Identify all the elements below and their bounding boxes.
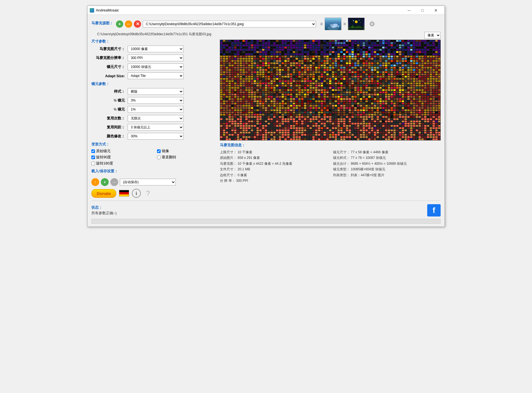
unit-select[interactable]: 像素 — [424, 32, 441, 39]
rotate180-item: 旋转180度 — [91, 161, 151, 166]
tile-size-line2: 镶元尺寸： 77 x 58 像素 = 4466 像素 — [333, 149, 441, 155]
close-button[interactable]: ✕ — [429, 7, 442, 14]
source-label: 马赛克源图： — [91, 21, 113, 26]
original-img-line: 原始图片： 658 x 291 像素 — [220, 155, 327, 161]
tile-params-label: 镶元参数： — [91, 81, 217, 86]
tile-total-line: 镶元合计： 9685 + 604½ + 400¼ = 10689 块镶元 — [333, 161, 441, 166]
left-panel: C:\Users\ybj\Desktop\09b8b35c4622f3a9dec… — [91, 32, 217, 198]
adapt-size-select[interactable]: Adapt Tile — [128, 72, 184, 79]
rotate90-item: 旋转90度 — [91, 155, 151, 160]
help-button[interactable]: ? — [144, 189, 153, 198]
mirror-label: 镜像 — [162, 149, 169, 154]
add-source-button[interactable]: + — [116, 20, 123, 28]
style-row: 样式： 横版 — [91, 88, 217, 95]
facebook-button[interactable]: f — [427, 204, 441, 216]
tile-size-row: 镶元尺寸： 10000 块镶元 — [91, 63, 217, 70]
path-info: C:\Users\ybj\Desktop\09b8b35c4622f3a9dec… — [91, 32, 217, 37]
save-preset-select[interactable]: (自动保存) — [120, 179, 176, 185]
tile-style-line: 镶元样式： 77 x 78 = 10087 块镶元 — [333, 155, 441, 161]
tile-type-value: 10085横+604竖 块镶元 — [351, 167, 385, 171]
tile-size-select[interactable]: 10000 块镶元 — [128, 63, 184, 70]
tile-style-value: 77 x 78 = 10087 块镶元 — [351, 156, 386, 160]
thumbnail-starry[interactable] — [348, 18, 365, 30]
thumbnail-dolphin[interactable] — [325, 18, 341, 30]
source-row: 马赛克源图： + ─ ✕ C:\Users\ybj\Desktop\09b8b3… — [91, 18, 441, 30]
reuse-dist-select[interactable]: 3 块镶元以上 — [128, 124, 184, 131]
frame-size-line: 边框尺寸： 0 像素 — [220, 172, 327, 178]
color-mod-row: 颜色修改： 30% — [91, 133, 217, 140]
save-add-button[interactable]: + — [101, 178, 109, 186]
half-tile-row: ½ 镶元 3% — [91, 97, 217, 104]
mosaic-size-label: 马赛克图尺寸： — [91, 46, 128, 51]
mosaic-resolution-select[interactable]: 300 PPI — [128, 55, 184, 61]
source-path-dropdown[interactable]: C:\Users\ybj\Desktop\09b8b35c4622f3a9dec… — [143, 21, 316, 27]
remove-source-button[interactable]: ─ — [125, 20, 132, 28]
mosaic-size-label2: 马赛克图： — [220, 162, 237, 166]
progress-bar — [91, 219, 441, 224]
frame-size-value: 0 像素 — [238, 173, 247, 177]
quarter-tile-select[interactable]: 1% — [128, 106, 184, 113]
color-mod-select[interactable]: 30% — [128, 133, 184, 140]
mirror-item: 镜像 — [157, 149, 217, 154]
list-type-value: 列表：447横+0竖 图片 — [351, 173, 384, 177]
tile-total-value: 9685 + 604½ + 400¼ = 10689 块镶元 — [351, 162, 407, 166]
thumbnail-area: ② ③ — [320, 18, 375, 30]
reuse-select[interactable]: 无限次 — [128, 115, 184, 122]
info-button[interactable]: ℹ — [132, 189, 141, 198]
rotate90-checkbox[interactable] — [91, 156, 95, 159]
original-img-label: 原始图片： — [220, 156, 237, 160]
save-section: 载入/保存设置： — [91, 169, 217, 175]
style-select[interactable]: 横版 — [128, 88, 184, 95]
main-layout: C:\Users\ybj\Desktop\09b8b35c4622f3a9dec… — [91, 32, 441, 198]
status-label: 状态： — [91, 205, 102, 210]
save-label: 载入/保存设置： — [91, 169, 118, 174]
original-tile-checkbox[interactable] — [91, 149, 95, 153]
close-source-button[interactable]: ✕ — [134, 20, 141, 28]
list-type-label: 列表类型： — [333, 173, 350, 177]
checkbox-grid: 原始镶元 镜像 旋转90度 垂直翻转 — [91, 149, 217, 166]
original-tile-label: 原始镶元 — [96, 149, 111, 154]
right-panel: 像素 马赛克图信息： 上限尺寸： 10 千像素 — [220, 32, 441, 198]
titlebar-title: AndreaMosaic — [96, 8, 119, 12]
half-tile-select[interactable]: 3% — [128, 97, 184, 104]
mosaic-size-line: 马赛克图： 10 千像素 x 4422 像素 = 44.2 兆像素 — [220, 161, 327, 166]
status-text: 所有参数正确:-) — [91, 211, 117, 216]
left-info: 上限尺寸： 10 千像素 原始图片： 658 x 291 像素 马赛克图： 10… — [220, 149, 327, 183]
save-remove-button[interactable]: ─ — [110, 178, 118, 186]
content-area: 马赛克源图： + ─ ✕ C:\Users\ybj\Desktop\09b8b3… — [87, 15, 445, 227]
mosaic-size-select[interactable]: 10000 像素 — [128, 46, 184, 52]
status-footer: 状态： 所有参数正确:-) f — [91, 204, 441, 216]
save-controls: ↑ + ─ (自动保存) — [91, 178, 217, 186]
status-content: 状态： 所有参数正确:-) — [91, 205, 117, 216]
upper-limit-value: 10 千像素 — [238, 150, 252, 154]
tile-size-value2: 77 x 58 像素 = 4466 像素 — [351, 150, 388, 154]
resolution-label: 分 辨 率： — [220, 179, 235, 183]
reuse-dist-row: 复用间距： 3 块镶元以上 — [91, 124, 217, 131]
tools-icon[interactable]: ⚙ — [369, 20, 375, 28]
titlebar-buttons: ─ □ ✕ — [403, 7, 442, 14]
svg-point-5 — [355, 20, 358, 23]
thumb2-num: ② — [320, 22, 323, 26]
file-size-label: 文件尺寸： — [220, 167, 237, 171]
mosaic-size-value2: 10 千像素 x 4422 像素 = 44.2 兆像素 — [238, 162, 292, 166]
rotate90-label: 旋转90度 — [96, 155, 111, 160]
tile-type-label: 镶元类型： — [333, 167, 350, 171]
flip-v-label: 垂直翻转 — [162, 155, 176, 160]
mosaic-resolution-label: 马赛克图分辨率： — [91, 55, 128, 60]
rotate180-checkbox[interactable] — [91, 162, 95, 165]
donate-button[interactable]: Donate — [91, 189, 116, 198]
maximize-button[interactable]: □ — [416, 7, 429, 14]
reuse-row: 复用次数： 无限次 — [91, 115, 217, 122]
load-button[interactable]: ↑ — [91, 178, 99, 186]
adapt-size-row: Adapt Size: Adapt Tile — [91, 72, 217, 79]
color-mod-label: 颜色修改： — [91, 134, 128, 139]
flip-v-checkbox[interactable] — [157, 156, 161, 159]
tile-params-section: 镶元参数： 样式： 横版 ½ 镶元 3% ¼ 镶元 — [91, 81, 217, 140]
resolution-value: 300 PPI — [236, 179, 248, 183]
size-params-label: 尺寸参数： — [91, 39, 217, 44]
style-label: 样式： — [91, 89, 128, 94]
minimize-button[interactable]: ─ — [403, 7, 415, 14]
rotate180-label: 旋转180度 — [96, 161, 113, 166]
mirror-checkbox[interactable] — [157, 149, 161, 153]
app-icon — [90, 8, 94, 13]
